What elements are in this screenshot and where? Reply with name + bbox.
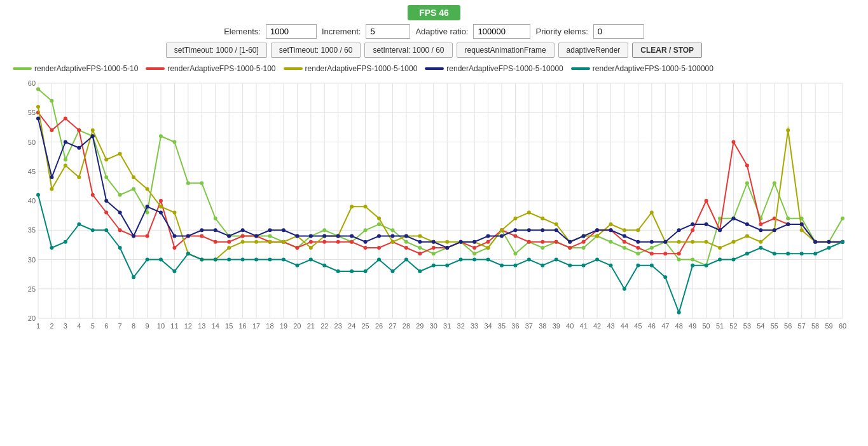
set-timeout-60-button[interactable]: setTimeout: 1000 / 60 [271, 43, 361, 58]
elements-label: Elements: [224, 27, 261, 36]
chart-container [13, 77, 855, 344]
priority-elems-input[interactable] [593, 24, 644, 39]
main-chart [13, 77, 855, 344]
elements-input[interactable] [266, 24, 317, 39]
increment-input[interactable] [366, 24, 410, 39]
increment-label: Increment: [322, 27, 361, 36]
adaptive-ratio-label: Adaptive ratio: [415, 27, 468, 36]
request-animation-frame-button[interactable]: requestAnimationFrame [457, 43, 555, 58]
legend-item: renderAdaptiveFPS-1000-5-10000 [425, 64, 563, 73]
legend-item: renderAdaptiveFPS-1000-5-10 [13, 64, 138, 73]
set-timeout-variable-button[interactable]: setTimeout: 1000 / [1-60] [166, 43, 267, 58]
adaptive-render-button[interactable]: adaptiveRender [558, 43, 629, 58]
legend-item: renderAdaptiveFPS-1000-5-1000 [284, 64, 418, 73]
clear-stop-button[interactable]: CLEAR / STOP [632, 43, 702, 58]
top-bar: FPS 46 Elements: Increment: Adaptive rat… [0, 0, 868, 60]
legend-item: renderAdaptiveFPS-1000-5-100000 [571, 64, 713, 73]
priority-elems-label: Priority elems: [535, 27, 588, 36]
set-interval-60-button[interactable]: setInterval: 1000 / 60 [364, 43, 452, 58]
controls-row: Elements: Increment: Adaptive ratio: Pri… [224, 24, 644, 39]
adaptive-ratio-input[interactable] [473, 24, 530, 39]
fps-badge: FPS 46 [408, 5, 460, 20]
buttons-row: setTimeout: 1000 / [1-60] setTimeout: 10… [166, 43, 702, 58]
legend-item: renderAdaptiveFPS-1000-5-100 [146, 64, 275, 73]
legend: renderAdaptiveFPS-1000-5-10renderAdaptiv… [0, 60, 868, 77]
